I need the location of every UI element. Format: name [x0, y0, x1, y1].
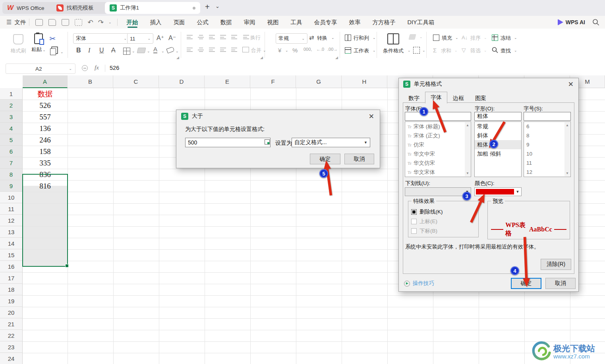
borders-chevron[interactable]: ⌄ [132, 49, 135, 53]
export-icon[interactable] [48, 19, 56, 26]
row-header-9[interactable]: 9 [0, 180, 23, 192]
cell-A6[interactable]: 158 [23, 146, 68, 157]
row-header-12[interactable]: 12 [0, 215, 23, 226]
row-header-11[interactable]: 11 [0, 203, 23, 215]
tab-docer-templates[interactable]: 找稻壳模板 [52, 2, 112, 14]
cancel-button[interactable]: 取消 [545, 278, 576, 289]
close-icon[interactable]: ✕ [369, 112, 374, 121]
percent-button[interactable]: % [292, 47, 298, 54]
row-header-13[interactable]: 13 [0, 226, 23, 238]
clear-button[interactable]: 清除(R) [541, 259, 571, 270]
align-top-icon[interactable] [187, 35, 193, 39]
row-header-3[interactable]: 3 [0, 111, 23, 123]
cell-style-chevron[interactable]: ⌄ [419, 35, 423, 39]
size-option[interactable]: 8 [524, 131, 570, 140]
paste-button[interactable]: 粘贴⌄ [29, 33, 48, 53]
filter-button[interactable]: 筛选 [470, 47, 481, 54]
style-option[interactable]: 常规 [475, 122, 521, 131]
search-icon[interactable] [592, 19, 599, 26]
column-header-E[interactable]: E [205, 75, 250, 88]
fill-color-chevron[interactable]: ⌄ [147, 49, 150, 53]
row-header-5[interactable]: 5 [0, 134, 23, 146]
sort-button[interactable]: 排序 [470, 35, 481, 42]
fill-handle[interactable] [65, 264, 69, 268]
row-header-14[interactable]: 14 [0, 238, 23, 249]
file-menu[interactable]: ☰ 文件 [6, 19, 26, 26]
copy-icon[interactable] [50, 48, 56, 55]
fill-color-button[interactable] [137, 48, 146, 53]
align-right-icon[interactable] [209, 48, 215, 52]
cut-icon[interactable]: ✂ [49, 34, 56, 43]
grow-font-button[interactable]: A⁺ [157, 34, 164, 42]
cell-style-icon[interactable] [408, 34, 416, 40]
menu-item-DIY工具箱[interactable]: DIY工具箱 [407, 16, 435, 29]
row-header-1[interactable]: 1 [0, 88, 23, 100]
currency-chevron[interactable]: ⌄ [285, 48, 288, 52]
column-header-C[interactable]: C [113, 75, 159, 88]
redo-icon[interactable]: ↷ [98, 18, 104, 27]
increase-indent-icon[interactable] [231, 35, 237, 39]
dialog-tab-图案[interactable]: 图案 [470, 93, 492, 104]
column-header-A[interactable]: A [23, 75, 68, 88]
font-option[interactable]: Tr华文中宋 [405, 149, 471, 158]
row-header-6[interactable]: 6 [0, 146, 23, 157]
fill-button[interactable]: 填充 [442, 35, 452, 42]
column-header-F[interactable]: F [250, 75, 296, 88]
size-option[interactable]: 9 [524, 140, 570, 149]
merge-label[interactable]: 合并 [251, 47, 261, 54]
row-header-17[interactable]: 17 [0, 272, 23, 284]
fill-chevron[interactable]: ⌄ [455, 36, 458, 40]
font-size-input[interactable] [524, 112, 571, 121]
font-option[interactable]: Tr华文仿宋 [405, 158, 471, 168]
row-header-15[interactable]: 15 [0, 249, 23, 261]
close-icon[interactable]: ✕ [568, 80, 574, 89]
menu-item-效率[interactable]: 效率 [348, 16, 361, 29]
size-option[interactable]: 10 [524, 149, 570, 158]
chevron-down-icon[interactable]: ⌄ [108, 20, 112, 24]
font-option[interactable]: Tr宋体 (标题) [405, 122, 471, 131]
row-header-18[interactable]: 18 [0, 284, 23, 295]
format-select[interactable]: 自定义格式... ▼ [292, 138, 370, 147]
sum-chevron[interactable]: ⌄ [454, 48, 458, 52]
cell-A7[interactable]: 335 [23, 157, 68, 169]
align-center-icon[interactable] [198, 48, 204, 52]
wrap-label[interactable]: 换行 [250, 34, 261, 41]
tab-wps-office[interactable]: W WPS Office [2, 2, 59, 14]
font-color-button[interactable]: A [153, 46, 157, 54]
eraser-button[interactable] [166, 46, 174, 53]
font-name-select[interactable]: 宋体⌄ [73, 33, 130, 44]
font-option[interactable]: Tr仿宋 [405, 140, 471, 149]
eraser-chevron[interactable]: ⌄ [176, 49, 179, 53]
find-chevron[interactable]: ⌄ [514, 48, 517, 52]
cell-A2[interactable]: 526 [23, 100, 68, 111]
convert-button[interactable]: 转换 [317, 35, 327, 42]
size-option[interactable]: 11 [524, 158, 570, 168]
underline-select[interactable]: ▼ [405, 187, 471, 196]
size-option[interactable]: 12 [524, 168, 570, 177]
dialog-tab-字体[interactable]: 字体 [425, 92, 447, 104]
merge-chevron[interactable]: ⌄ [263, 48, 266, 52]
bold-button[interactable]: B [76, 47, 81, 54]
save-icon[interactable] [35, 19, 43, 26]
row-header-7[interactable]: 7 [0, 157, 23, 169]
menu-item-页面[interactable]: 页面 [173, 16, 186, 29]
row-header-10[interactable]: 10 [0, 192, 23, 203]
wrap-text-icon[interactable] [243, 35, 249, 39]
borders-button[interactable] [123, 48, 130, 55]
font-option[interactable]: Tr华文宋体 [405, 168, 471, 177]
table-style-icon[interactable] [413, 47, 420, 54]
scrollbar[interactable]: ▲▼ [564, 122, 570, 176]
undo-icon[interactable]: ↶ [87, 18, 93, 27]
align-left-icon[interactable] [187, 48, 193, 52]
row-header-23[interactable]: 23 [0, 341, 23, 353]
row-header-16[interactable]: 16 [0, 261, 23, 272]
print-preview-icon[interactable] [75, 19, 82, 26]
freeze-button[interactable]: 冻结 [501, 35, 511, 42]
strikethrough-checkbox[interactable]: 删除线(K) [411, 208, 443, 216]
table-style-chevron[interactable]: ⌄ [422, 48, 425, 52]
font-size-select[interactable]: 11⌄ [127, 33, 153, 44]
font-style-list[interactable]: 常规斜体粗体加粗 倾斜 [474, 121, 522, 177]
currency-button[interactable]: ¥ [278, 47, 281, 54]
number-format-select[interactable]: 常规⌄ [276, 33, 307, 44]
column-header-G[interactable]: G [296, 75, 342, 88]
